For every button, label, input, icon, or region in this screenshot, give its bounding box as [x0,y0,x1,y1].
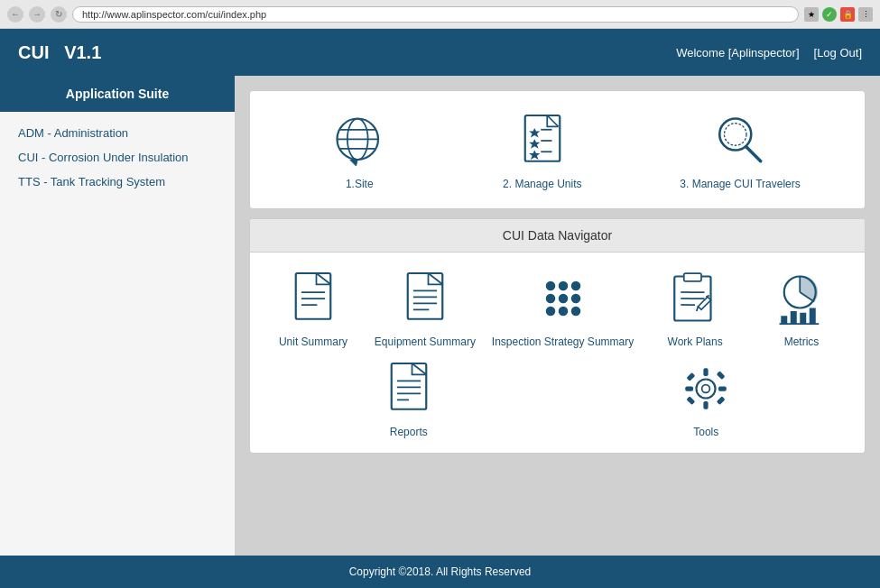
tools-label: Tools [693,426,718,438]
welcome-text: Welcome [Aplinspector] [676,46,799,60]
metrics-icon [770,267,833,330]
copyright-text: Copyright ©2018. All Rights Reserved [349,565,532,578]
svg-point-29 [570,294,580,304]
svg-rect-46 [810,308,816,325]
svg-rect-44 [791,311,797,324]
header-right: Welcome [Aplinspector] [Log Out] [676,46,862,60]
manage-travelers-icon [709,109,772,172]
reload-button[interactable]: ↻ [51,6,67,23]
check-icon[interactable]: ✓ [822,7,837,22]
svg-point-30 [545,307,555,317]
manage-units-label: 2. Manage Units [503,178,581,190]
site-label: 1.Site [346,178,374,190]
manage-units-icon [511,109,574,172]
top-panel: 1.Site 2. Manage Units [249,90,866,209]
work-plans-item[interactable]: Work Plans [650,267,740,348]
app-version-label: V1.1 [64,42,101,62]
menu-icon[interactable]: ⋮ [858,7,873,22]
reports-label: Reports [390,426,428,438]
sidebar-header: Application Suite [0,76,235,112]
equipment-summary-icon [394,267,457,330]
svg-point-26 [570,281,580,291]
forward-button[interactable]: → [29,6,45,23]
tools-item[interactable]: Tools [661,357,751,438]
site-icon-item[interactable]: 1.Site [314,109,404,190]
equipment-summary-item[interactable]: Equipment Summary [375,267,476,348]
logout-button[interactable]: [Log Out] [814,46,862,60]
app-title: CUI V1.1 [18,42,101,63]
navigator-grid: Unit Summary Equipment Summary [250,253,865,453]
sidebar-item-cui[interactable]: CUI - Corrosion Under Insulation [18,151,217,164]
svg-line-13 [746,147,761,161]
svg-rect-61 [687,396,696,405]
work-plans-label: Work Plans [668,335,723,348]
browser-icon-group: ★ ✓ 🔒 ⋮ [804,7,873,22]
navigator-panel: CUI Data Navigator Unit Summary [249,218,866,454]
inspection-strategy-icon [532,267,595,330]
sidebar: Application Suite ADM - Administration C… [0,76,235,556]
tools-icon [674,357,737,420]
reports-item[interactable]: Reports [364,357,454,438]
unit-summary-label: Unit Summary [279,335,347,348]
svg-point-31 [558,307,568,317]
site-icon [328,109,391,172]
svg-rect-57 [686,386,694,390]
svg-rect-62 [717,396,726,405]
footer: Copyright ©2018. All Rights Reserved [0,556,880,588]
navigator-title: CUI Data Navigator [250,219,865,253]
equipment-summary-label: Equipment Summary [375,335,476,348]
svg-point-25 [558,281,568,291]
reports-icon [377,357,440,420]
metrics-item[interactable]: Metrics [756,267,847,348]
svg-rect-55 [704,368,709,376]
back-button[interactable]: ← [7,6,23,23]
svg-rect-45 [800,313,806,324]
main-layout: Application Suite ADM - Administration C… [0,76,880,556]
inspection-strategy-item[interactable]: Inspection Strategy Summary [492,267,634,348]
svg-rect-43 [781,316,787,324]
browser-chrome: ← → ↻ http://www.aplinspector.com/cui/in… [0,0,880,29]
star-icon[interactable]: ★ [804,7,819,22]
url-bar[interactable]: http://www.aplinspector.com/cui/index.ph… [72,6,799,23]
inspection-strategy-label: Inspection Strategy Summary [492,335,634,348]
sidebar-nav: ADM - Administration CUI - Corrosion Und… [0,112,235,203]
svg-point-28 [558,294,568,304]
app-header: CUI V1.1 Welcome [Aplinspector] [Log Out… [0,29,880,76]
svg-point-27 [545,294,555,304]
svg-rect-58 [718,386,727,390]
work-plans-icon [663,267,727,330]
shield-icon[interactable]: 🔒 [840,7,855,22]
metrics-label: Metrics [784,335,820,348]
app-name-label: CUI [18,42,49,62]
svg-rect-59 [687,372,696,381]
svg-rect-60 [717,371,726,380]
unit-summary-icon [282,267,345,330]
svg-point-24 [545,281,555,291]
sidebar-item-adm[interactable]: ADM - Administration [18,126,217,140]
manage-units-icon-item[interactable]: 2. Manage Units [497,109,588,190]
sidebar-item-tts[interactable]: TTS - Tank Tracking System [18,175,217,188]
svg-point-53 [697,380,716,399]
manage-travelers-icon-item[interactable]: 3. Manage CUI Travelers [680,109,800,190]
svg-rect-34 [684,273,701,281]
svg-rect-56 [704,401,709,409]
content-area: 1.Site 2. Manage Units [235,76,880,556]
manage-travelers-label: 3. Manage CUI Travelers [680,178,800,190]
svg-point-32 [570,307,580,317]
unit-summary-item[interactable]: Unit Summary [268,267,358,348]
